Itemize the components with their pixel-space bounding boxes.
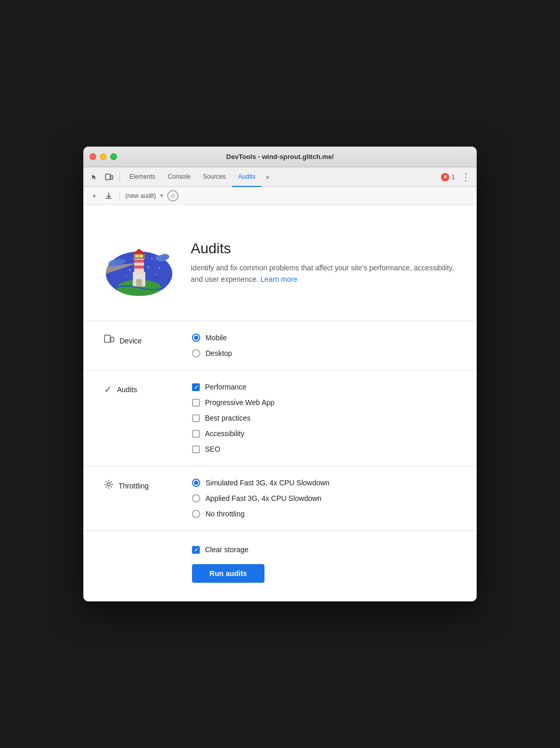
- audit-pwa-option[interactable]: Progressive Web App: [192, 398, 274, 407]
- device-icon: [104, 335, 114, 347]
- caret-icon: ▼: [159, 193, 164, 198]
- throttle-simulated-radio[interactable]: [192, 479, 200, 487]
- device-label: Device: [104, 334, 182, 347]
- throttling-label-text: Throttling: [119, 482, 149, 490]
- throttle-simulated-option[interactable]: Simulated Fast 3G, 4x CPU Slowdown: [192, 479, 330, 487]
- toolbar-separator: [120, 191, 120, 200]
- svg-rect-18: [134, 257, 144, 274]
- svg-point-3: [120, 253, 122, 254]
- throttle-none-option[interactable]: No throttling: [192, 510, 330, 518]
- download-button[interactable]: [103, 190, 114, 202]
- audit-seo-label: SEO: [205, 445, 220, 453]
- device-mobile-radio[interactable]: [192, 334, 200, 342]
- close-button[interactable]: [90, 153, 96, 160]
- audits-options: Performance Progressive Web App Best pra…: [192, 383, 274, 453]
- throttling-options: Simulated Fast 3G, 4x CPU Slowdown Appli…: [192, 479, 330, 518]
- svg-rect-25: [134, 253, 134, 258]
- devtools-menu-button[interactable]: ⋮: [459, 171, 473, 183]
- throttle-none-radio[interactable]: [192, 510, 200, 518]
- hero-title: Audits: [190, 240, 456, 257]
- throttle-applied-label: Applied Fast 3G, 4x CPU Slowdown: [205, 494, 321, 502]
- svg-point-7: [166, 260, 168, 262]
- clear-storage-label: Clear storage: [205, 545, 248, 554]
- svg-rect-19: [134, 260, 144, 263]
- audit-bestpractices-checkbox[interactable]: [192, 414, 200, 422]
- audit-name-label: (new audit): [125, 192, 156, 199]
- disable-button[interactable]: ⊘: [167, 190, 179, 202]
- svg-rect-26: [144, 253, 144, 258]
- audit-name-select[interactable]: (new audit) ▼: [125, 192, 164, 199]
- throttling-label: Throttling: [104, 479, 182, 492]
- svg-point-9: [159, 268, 160, 269]
- gear-icon: [104, 480, 113, 492]
- maximize-button[interactable]: [110, 153, 117, 160]
- device-desktop-option[interactable]: Desktop: [192, 349, 232, 357]
- svg-rect-32: [105, 335, 110, 342]
- error-count: 1: [451, 174, 455, 181]
- throttling-section: Throttling Simulated Fast 3G, 4x CPU Slo…: [83, 466, 477, 531]
- audit-seo-checkbox[interactable]: [192, 445, 200, 453]
- traffic-lights: [90, 153, 117, 160]
- device-desktop-label: Desktop: [205, 349, 232, 357]
- device-icon[interactable]: [102, 170, 116, 184]
- run-audits-button[interactable]: Run audits: [192, 564, 264, 583]
- device-desktop-radio[interactable]: [192, 349, 200, 357]
- tab-console[interactable]: Console: [161, 167, 197, 187]
- checkmark-icon: ✓: [104, 384, 112, 395]
- minimize-button[interactable]: [100, 153, 107, 160]
- svg-point-14: [160, 254, 169, 260]
- svg-point-4: [163, 249, 164, 250]
- new-audit-button[interactable]: +: [89, 190, 100, 202]
- devtools-content: Audits Identify and fix common problems …: [83, 205, 477, 601]
- audit-seo-option[interactable]: SEO: [192, 445, 274, 453]
- device-label-text: Device: [120, 337, 142, 345]
- throttle-applied-option[interactable]: Applied Fast 3G, 4x CPU Slowdown: [192, 494, 330, 502]
- clear-storage-checkbox[interactable]: [192, 546, 200, 554]
- learn-more-link[interactable]: Learn more: [260, 275, 298, 283]
- svg-rect-33: [111, 337, 114, 342]
- audit-pwa-checkbox[interactable]: [192, 399, 200, 407]
- cursor-icon[interactable]: [87, 170, 102, 184]
- svg-rect-17: [136, 279, 142, 286]
- devtools-window: DevTools - wind-sprout.glitch.me/ Elemen…: [83, 147, 477, 601]
- hero-text: Audits Identify and fix common problems …: [190, 240, 456, 285]
- audit-performance-option[interactable]: Performance: [192, 383, 274, 391]
- audit-performance-label: Performance: [205, 383, 246, 391]
- svg-point-28: [129, 269, 130, 271]
- audits-label: ✓ Audits: [104, 383, 182, 395]
- devtools-tabs-bar: Elements Console Sources Audits » ✕ 1 ⋮: [83, 167, 477, 187]
- audit-bestpractices-label: Best practices: [205, 414, 250, 422]
- device-options: Mobile Desktop: [192, 334, 232, 357]
- clear-storage-option[interactable]: Clear storage: [192, 545, 456, 554]
- device-mobile-label: Mobile: [205, 334, 227, 342]
- throttle-applied-radio[interactable]: [192, 494, 200, 502]
- audit-bestpractices-option[interactable]: Best practices: [192, 414, 274, 422]
- window-title: DevTools - wind-sprout.glitch.me/: [226, 153, 334, 161]
- error-icon: ✕: [441, 173, 449, 181]
- titlebar: DevTools - wind-sprout.glitch.me/: [83, 147, 477, 167]
- svg-point-31: [155, 274, 156, 275]
- bottom-section: Clear storage Run audits: [83, 531, 477, 601]
- audits-section: ✓ Audits Performance Progressive Web App…: [83, 370, 477, 466]
- tab-audits[interactable]: Audits: [232, 167, 261, 187]
- devtools-toolbar2: + (new audit) ▼ ⊘: [83, 187, 477, 205]
- hero-description: Identify and fix common problems that af…: [190, 262, 456, 285]
- audit-accessibility-option[interactable]: Accessibility: [192, 429, 274, 438]
- svg-rect-0: [106, 174, 110, 180]
- throttle-simulated-label: Simulated Fast 3G, 4x CPU Slowdown: [205, 479, 330, 487]
- throttle-none-label: No throttling: [205, 510, 244, 518]
- audit-accessibility-label: Accessibility: [205, 429, 244, 438]
- svg-point-29: [148, 266, 149, 268]
- svg-point-5: [152, 258, 153, 260]
- audit-performance-checkbox[interactable]: [192, 383, 200, 391]
- svg-rect-24: [132, 258, 146, 259]
- device-section: Device Mobile Desktop: [83, 321, 477, 370]
- audit-accessibility-checkbox[interactable]: [192, 430, 200, 438]
- device-mobile-option[interactable]: Mobile: [192, 334, 232, 342]
- lighthouse-illustration: [104, 221, 174, 304]
- tab-elements[interactable]: Elements: [123, 167, 161, 187]
- hero-section: Audits Identify and fix common problems …: [83, 205, 477, 321]
- tab-separator: [120, 172, 120, 182]
- more-tabs-button[interactable]: »: [261, 174, 273, 181]
- tab-sources[interactable]: Sources: [197, 167, 232, 187]
